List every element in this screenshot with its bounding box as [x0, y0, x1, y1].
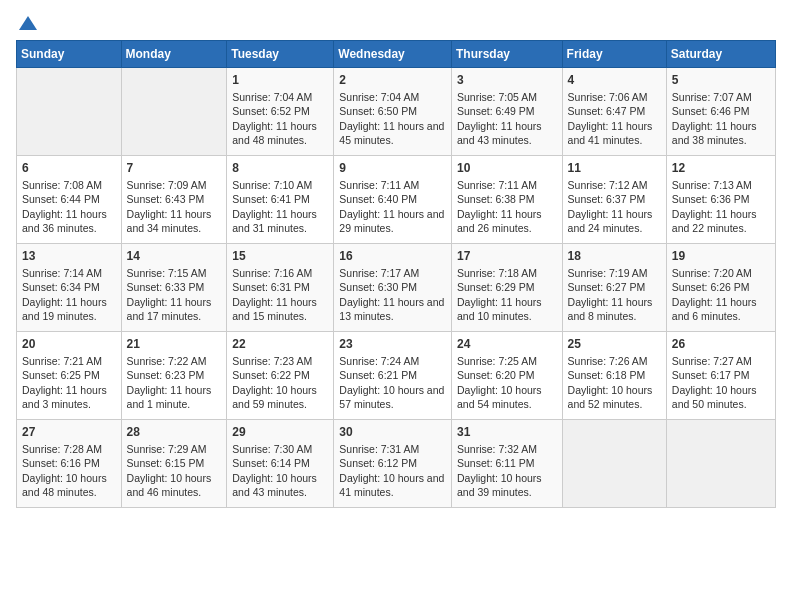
sunrise-text: Sunrise: 7:26 AM	[568, 355, 648, 367]
calendar-cell: 29Sunrise: 7:30 AMSunset: 6:14 PMDayligh…	[227, 420, 334, 508]
calendar-cell: 2Sunrise: 7:04 AMSunset: 6:50 PMDaylight…	[334, 68, 452, 156]
calendar-table: SundayMondayTuesdayWednesdayThursdayFrid…	[16, 40, 776, 508]
calendar-cell: 25Sunrise: 7:26 AMSunset: 6:18 PMDayligh…	[562, 332, 666, 420]
day-number: 1	[232, 72, 328, 88]
sunset-text: Sunset: 6:11 PM	[457, 457, 535, 469]
logo	[16, 16, 37, 30]
sunset-text: Sunset: 6:29 PM	[457, 281, 535, 293]
day-number: 27	[22, 424, 116, 440]
sunrise-text: Sunrise: 7:15 AM	[127, 267, 207, 279]
calendar-cell: 22Sunrise: 7:23 AMSunset: 6:22 PMDayligh…	[227, 332, 334, 420]
sunset-text: Sunset: 6:18 PM	[568, 369, 646, 381]
calendar-cell: 13Sunrise: 7:14 AMSunset: 6:34 PMDayligh…	[17, 244, 122, 332]
sunrise-text: Sunrise: 7:23 AM	[232, 355, 312, 367]
sunrise-text: Sunrise: 7:16 AM	[232, 267, 312, 279]
daylight-text: Daylight: 11 hours and 38 minutes.	[672, 120, 757, 146]
daylight-text: Daylight: 11 hours and 8 minutes.	[568, 296, 653, 322]
sunset-text: Sunset: 6:50 PM	[339, 105, 417, 117]
calendar-cell: 23Sunrise: 7:24 AMSunset: 6:21 PMDayligh…	[334, 332, 452, 420]
calendar-cell: 21Sunrise: 7:22 AMSunset: 6:23 PMDayligh…	[121, 332, 227, 420]
calendar-cell	[666, 420, 775, 508]
day-number: 21	[127, 336, 222, 352]
sunset-text: Sunset: 6:33 PM	[127, 281, 205, 293]
day-number: 17	[457, 248, 557, 264]
day-header-wednesday: Wednesday	[334, 41, 452, 68]
daylight-text: Daylight: 11 hours and 17 minutes.	[127, 296, 212, 322]
daylight-text: Daylight: 10 hours and 59 minutes.	[232, 384, 317, 410]
daylight-text: Daylight: 11 hours and 36 minutes.	[22, 208, 107, 234]
daylight-text: Daylight: 11 hours and 43 minutes.	[457, 120, 542, 146]
calendar-cell: 18Sunrise: 7:19 AMSunset: 6:27 PMDayligh…	[562, 244, 666, 332]
calendar-cell	[17, 68, 122, 156]
sunrise-text: Sunrise: 7:14 AM	[22, 267, 102, 279]
calendar-cell: 8Sunrise: 7:10 AMSunset: 6:41 PMDaylight…	[227, 156, 334, 244]
day-number: 7	[127, 160, 222, 176]
sunset-text: Sunset: 6:12 PM	[339, 457, 417, 469]
day-number: 18	[568, 248, 661, 264]
sunset-text: Sunset: 6:34 PM	[22, 281, 100, 293]
sunrise-text: Sunrise: 7:17 AM	[339, 267, 419, 279]
sunrise-text: Sunrise: 7:21 AM	[22, 355, 102, 367]
sunrise-text: Sunrise: 7:12 AM	[568, 179, 648, 191]
calendar-week-row: 6Sunrise: 7:08 AMSunset: 6:44 PMDaylight…	[17, 156, 776, 244]
calendar-cell: 24Sunrise: 7:25 AMSunset: 6:20 PMDayligh…	[451, 332, 562, 420]
day-number: 5	[672, 72, 770, 88]
daylight-text: Daylight: 10 hours and 52 minutes.	[568, 384, 653, 410]
calendar-cell: 4Sunrise: 7:06 AMSunset: 6:47 PMDaylight…	[562, 68, 666, 156]
daylight-text: Daylight: 11 hours and 41 minutes.	[568, 120, 653, 146]
calendar-cell: 16Sunrise: 7:17 AMSunset: 6:30 PMDayligh…	[334, 244, 452, 332]
daylight-text: Daylight: 11 hours and 48 minutes.	[232, 120, 317, 146]
daylight-text: Daylight: 10 hours and 43 minutes.	[232, 472, 317, 498]
daylight-text: Daylight: 11 hours and 3 minutes.	[22, 384, 107, 410]
day-number: 22	[232, 336, 328, 352]
day-number: 20	[22, 336, 116, 352]
day-number: 24	[457, 336, 557, 352]
sunrise-text: Sunrise: 7:22 AM	[127, 355, 207, 367]
sunset-text: Sunset: 6:16 PM	[22, 457, 100, 469]
sunset-text: Sunset: 6:36 PM	[672, 193, 750, 205]
sunset-text: Sunset: 6:14 PM	[232, 457, 310, 469]
calendar-header-row: SundayMondayTuesdayWednesdayThursdayFrid…	[17, 41, 776, 68]
calendar-cell: 12Sunrise: 7:13 AMSunset: 6:36 PMDayligh…	[666, 156, 775, 244]
day-number: 3	[457, 72, 557, 88]
sunrise-text: Sunrise: 7:29 AM	[127, 443, 207, 455]
day-number: 9	[339, 160, 446, 176]
daylight-text: Daylight: 10 hours and 57 minutes.	[339, 384, 444, 410]
calendar-week-row: 13Sunrise: 7:14 AMSunset: 6:34 PMDayligh…	[17, 244, 776, 332]
calendar-cell: 26Sunrise: 7:27 AMSunset: 6:17 PMDayligh…	[666, 332, 775, 420]
sunrise-text: Sunrise: 7:27 AM	[672, 355, 752, 367]
sunset-text: Sunset: 6:22 PM	[232, 369, 310, 381]
day-number: 26	[672, 336, 770, 352]
daylight-text: Daylight: 10 hours and 39 minutes.	[457, 472, 542, 498]
day-number: 8	[232, 160, 328, 176]
sunset-text: Sunset: 6:31 PM	[232, 281, 310, 293]
sunset-text: Sunset: 6:30 PM	[339, 281, 417, 293]
sunrise-text: Sunrise: 7:10 AM	[232, 179, 312, 191]
calendar-cell: 28Sunrise: 7:29 AMSunset: 6:15 PMDayligh…	[121, 420, 227, 508]
sunrise-text: Sunrise: 7:13 AM	[672, 179, 752, 191]
day-number: 12	[672, 160, 770, 176]
daylight-text: Daylight: 11 hours and 22 minutes.	[672, 208, 757, 234]
sunrise-text: Sunrise: 7:24 AM	[339, 355, 419, 367]
sunrise-text: Sunrise: 7:11 AM	[339, 179, 419, 191]
daylight-text: Daylight: 11 hours and 15 minutes.	[232, 296, 317, 322]
sunset-text: Sunset: 6:27 PM	[568, 281, 646, 293]
calendar-week-row: 27Sunrise: 7:28 AMSunset: 6:16 PMDayligh…	[17, 420, 776, 508]
day-number: 16	[339, 248, 446, 264]
day-header-sunday: Sunday	[17, 41, 122, 68]
daylight-text: Daylight: 11 hours and 1 minute.	[127, 384, 212, 410]
calendar-cell: 11Sunrise: 7:12 AMSunset: 6:37 PMDayligh…	[562, 156, 666, 244]
sunset-text: Sunset: 6:46 PM	[672, 105, 750, 117]
sunrise-text: Sunrise: 7:05 AM	[457, 91, 537, 103]
sunrise-text: Sunrise: 7:06 AM	[568, 91, 648, 103]
sunset-text: Sunset: 6:49 PM	[457, 105, 535, 117]
day-number: 15	[232, 248, 328, 264]
day-number: 30	[339, 424, 446, 440]
sunrise-text: Sunrise: 7:20 AM	[672, 267, 752, 279]
day-number: 25	[568, 336, 661, 352]
sunset-text: Sunset: 6:15 PM	[127, 457, 205, 469]
sunrise-text: Sunrise: 7:30 AM	[232, 443, 312, 455]
sunrise-text: Sunrise: 7:04 AM	[232, 91, 312, 103]
day-number: 29	[232, 424, 328, 440]
daylight-text: Daylight: 11 hours and 45 minutes.	[339, 120, 444, 146]
